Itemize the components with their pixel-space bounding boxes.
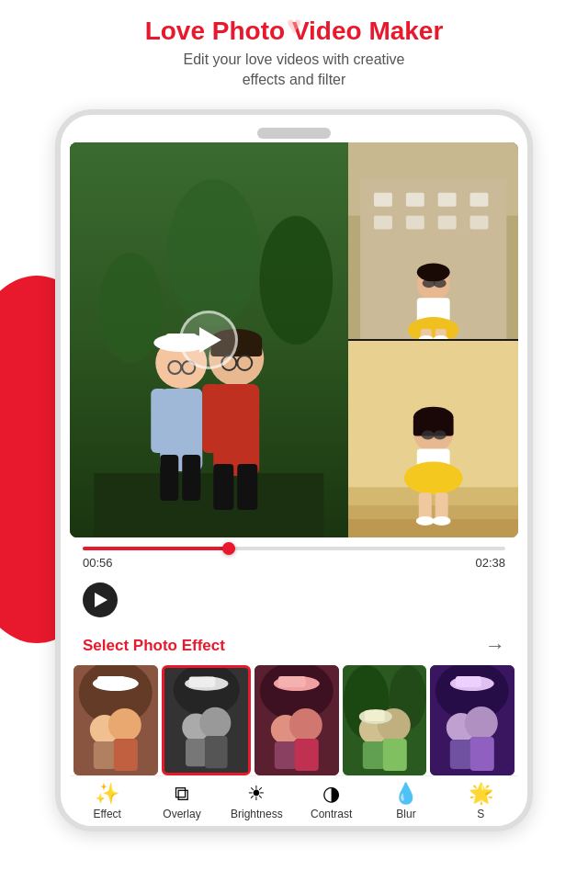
svg-rect-26 xyxy=(237,464,257,510)
svg-rect-34 xyxy=(374,215,392,229)
current-time: 00:56 xyxy=(83,556,113,570)
svg-rect-33 xyxy=(469,193,488,207)
svg-rect-30 xyxy=(374,193,392,207)
svg-rect-37 xyxy=(469,215,488,229)
svg-rect-16 xyxy=(202,384,220,453)
svg-point-67 xyxy=(108,708,141,741)
contrast-label: Contrast xyxy=(311,808,352,820)
overlay-label: Overlay xyxy=(163,808,200,820)
svg-point-43 xyxy=(416,263,449,281)
progress-container: 00:56 02:38 xyxy=(70,537,518,579)
play-icon xyxy=(199,327,221,353)
bottom-toolbar: ✨ Effect ⧉ Overlay ☀ Brightness ◑ Contra… xyxy=(70,775,518,826)
svg-point-58 xyxy=(433,430,446,439)
svg-point-75 xyxy=(199,707,231,739)
svg-point-0 xyxy=(98,253,163,363)
effect-thumb-4[interactable] xyxy=(343,665,427,775)
svg-rect-25 xyxy=(213,464,233,510)
svg-rect-99 xyxy=(450,740,472,769)
svg-point-54 xyxy=(403,461,462,494)
svg-rect-31 xyxy=(405,193,424,207)
svg-rect-6 xyxy=(151,389,167,453)
svg-rect-82 xyxy=(275,741,297,769)
svg-rect-3 xyxy=(94,473,323,537)
svg-rect-17 xyxy=(224,384,243,453)
right-thumb-top xyxy=(348,142,518,339)
svg-rect-68 xyxy=(114,739,138,771)
right-thumb-bottom xyxy=(348,341,518,537)
svg-rect-70 xyxy=(97,676,125,687)
svg-rect-60 xyxy=(435,492,447,520)
svg-point-83 xyxy=(289,708,322,741)
time-row: 00:56 02:38 xyxy=(83,556,505,570)
brightness-label: Brightness xyxy=(231,808,283,820)
svg-rect-101 xyxy=(470,737,494,771)
toolbar-overlay[interactable]: ⧉ Overlay xyxy=(144,784,219,820)
overlay-icon: ⧉ xyxy=(175,784,189,804)
svg-rect-32 xyxy=(437,193,456,207)
svg-rect-23 xyxy=(160,455,178,501)
video-container xyxy=(70,142,518,537)
svg-rect-7 xyxy=(186,389,202,453)
svg-rect-66 xyxy=(94,741,116,769)
effect-thumb-3[interactable] xyxy=(254,665,339,775)
brightness-icon: ☀ xyxy=(247,784,266,804)
heart-decoration: ♥ xyxy=(287,11,302,40)
toolbar-contrast[interactable]: ◑ Contrast xyxy=(294,784,368,820)
svg-rect-93 xyxy=(383,739,407,771)
effect-title: Select Photo Effect xyxy=(83,637,225,655)
effect-icon: ✨ xyxy=(95,784,119,804)
effect-label: Effect xyxy=(93,808,120,820)
effect-header: Select Photo Effect → xyxy=(70,634,518,665)
toolbar-effect[interactable]: ✨ Effect xyxy=(70,784,144,820)
svg-rect-36 xyxy=(437,215,456,229)
blur-label: Blur xyxy=(396,808,415,820)
play-button-small[interactable] xyxy=(83,582,118,617)
svg-point-100 xyxy=(465,707,498,740)
toolbar-extra[interactable]: 🌟 S xyxy=(444,784,518,820)
phone-top xyxy=(70,124,518,142)
svg-rect-86 xyxy=(278,676,306,687)
play-button[interactable] xyxy=(179,311,238,369)
extra-label: S xyxy=(477,808,484,820)
phone-notch xyxy=(257,128,331,139)
play-icon-small xyxy=(95,593,107,607)
svg-rect-59 xyxy=(418,492,431,520)
svg-rect-84 xyxy=(295,739,319,771)
svg-rect-95 xyxy=(365,710,385,721)
svg-rect-78 xyxy=(188,676,215,686)
phone-frame: 00:56 02:38 Select Photo Effect → xyxy=(55,109,533,831)
svg-rect-24 xyxy=(182,455,200,501)
svg-point-62 xyxy=(432,516,450,526)
contrast-icon: ◑ xyxy=(322,784,340,804)
extra-icon: 🌟 xyxy=(469,784,493,804)
svg-rect-35 xyxy=(405,215,424,229)
effect-thumb-2[interactable] xyxy=(162,665,252,775)
effect-thumbnails xyxy=(70,665,518,775)
svg-point-61 xyxy=(415,516,434,526)
total-time: 02:38 xyxy=(475,556,505,570)
effect-section: Select Photo Effect → xyxy=(70,625,518,775)
svg-point-2 xyxy=(167,179,259,326)
svg-rect-103 xyxy=(456,676,481,687)
effect-thumb-5[interactable] xyxy=(430,665,514,775)
svg-point-1 xyxy=(259,216,333,345)
toolbar-brightness[interactable]: ☀ Brightness xyxy=(220,784,294,820)
playback-controls xyxy=(70,579,518,625)
header: ♥ Love Photo Video Maker Edit your love … xyxy=(0,0,588,100)
blur-icon: 💧 xyxy=(393,784,418,804)
app-subtitle: Edit your love videos with creative effe… xyxy=(18,50,570,91)
svg-rect-91 xyxy=(363,741,385,769)
progress-fill xyxy=(83,547,235,550)
effect-thumb-1[interactable] xyxy=(74,665,158,775)
progress-track[interactable] xyxy=(83,547,505,550)
video-right-panel xyxy=(348,142,518,537)
toolbar-blur[interactable]: 💧 Blur xyxy=(368,784,443,820)
effect-arrow[interactable]: → xyxy=(485,634,505,658)
svg-point-57 xyxy=(421,430,434,439)
svg-rect-74 xyxy=(186,739,207,766)
svg-rect-76 xyxy=(204,736,227,768)
progress-thumb[interactable] xyxy=(222,542,235,555)
